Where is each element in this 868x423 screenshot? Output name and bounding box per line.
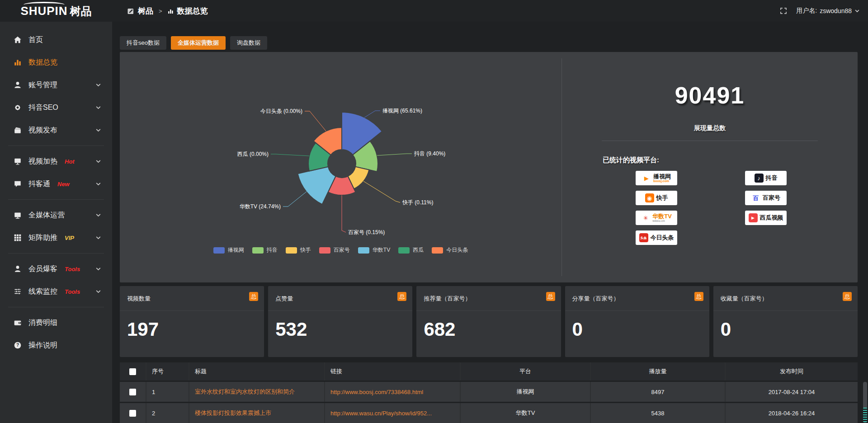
breadcrumb-root[interactable]: 树品 bbox=[138, 6, 153, 16]
total-badge: 总 bbox=[249, 292, 258, 301]
pie-label: 今日头条 (0.00%) bbox=[260, 108, 302, 114]
xigua-logo-icon: ▶ bbox=[749, 213, 758, 222]
chevron-down-icon bbox=[95, 266, 101, 272]
total-impressions-value: 90491 bbox=[562, 82, 858, 109]
sidebar-item-expense-detail[interactable]: 消费明细 bbox=[0, 311, 112, 334]
total-badge: 总 bbox=[694, 292, 703, 301]
video-url-link[interactable]: http://www.wasu.cn/Play/show/id/952... bbox=[330, 410, 432, 417]
stat-card-video-count: 视频数量总197 bbox=[120, 286, 264, 357]
pie-label: 西瓜 (0.00%) bbox=[237, 151, 269, 157]
baijiahao-logo-icon: 百 bbox=[751, 193, 760, 202]
pie-label-leader bbox=[283, 192, 307, 207]
platform-badge-name: 抖音 bbox=[766, 175, 778, 181]
platform-badge-name: 今日头条 bbox=[651, 235, 674, 241]
username-value: zswodun88 bbox=[820, 7, 852, 14]
video-url-link[interactable]: http://www.boosj.com/7338468.html bbox=[330, 389, 423, 395]
monitor-icon bbox=[14, 211, 22, 219]
scroll-stripes-widget bbox=[863, 408, 867, 422]
breadcrumb: 树品 > 数据总览 bbox=[127, 6, 208, 16]
legend-swatch bbox=[319, 247, 330, 254]
sidebar-item-video-publish[interactable]: 视频发布 bbox=[0, 119, 112, 141]
platform-badge-sub: wasu.cn bbox=[652, 219, 665, 222]
kuaishou-logo-icon: ◉ bbox=[645, 193, 654, 202]
topbar: SHUPIN 树品 树品 > 数据总览 用户名: zswodun88 bbox=[0, 0, 868, 22]
card-divider bbox=[416, 310, 561, 311]
video-title-link[interactable]: 室外水纹灯和室内水纹灯的区别和简介 bbox=[195, 388, 295, 396]
total-impressions-label: 展现量总数 bbox=[562, 124, 858, 132]
sidebar-item-label: 数据总览 bbox=[28, 58, 57, 67]
chart-legend: 播视网抖音快手百家号华数TV西瓜今日头条 bbox=[120, 246, 561, 254]
legend-item-3[interactable]: 快手 bbox=[286, 246, 311, 254]
tab-inquiry-data[interactable]: 询盘数据 bbox=[230, 36, 267, 50]
breadcrumb-current-icon bbox=[168, 8, 174, 14]
platform-badge-name: 华数TV bbox=[652, 213, 672, 220]
table-row: 2楼体投影灯投影效果震撼上市http://www.wasu.cn/Play/sh… bbox=[120, 403, 858, 423]
pie-slice-5[interactable] bbox=[298, 167, 336, 204]
row-index: 2 bbox=[146, 403, 189, 423]
sidebar-item-douketong[interactable]: 抖客通New bbox=[0, 173, 112, 195]
platform-badges-right: ♪抖音百百家号▶西瓜视频 bbox=[745, 171, 787, 225]
sidebar-item-matrix-boost[interactable]: 矩阵助推VIP bbox=[0, 226, 112, 249]
breadcrumb-current[interactable]: 数据总览 bbox=[177, 6, 208, 16]
tab-douyin-seo-data[interactable]: 抖音seo数据 bbox=[120, 36, 166, 50]
video-title-link[interactable]: 楼体投影灯投影效果震撼上市 bbox=[195, 409, 271, 417]
help-icon: ? bbox=[14, 341, 22, 349]
sidebar-item-member-baoke[interactable]: 会员爆客Tools bbox=[0, 258, 112, 280]
legend-swatch bbox=[286, 247, 297, 254]
pie-label-leader bbox=[377, 154, 412, 155]
sidebar-item-account-manage[interactable]: 账号管理 bbox=[0, 74, 112, 96]
sidebar-item-home[interactable]: 首页 bbox=[0, 28, 112, 51]
pie-label-leader bbox=[305, 111, 326, 131]
legend-item-5[interactable]: 华数TV bbox=[358, 246, 390, 254]
legend-item-7[interactable]: 今日头条 bbox=[432, 246, 468, 254]
total-badge: 总 bbox=[843, 292, 852, 301]
sidebar-item-help[interactable]: ?操作说明 bbox=[0, 334, 112, 357]
legend-label: 百家号 bbox=[334, 246, 350, 254]
platform-badge-name: 快手 bbox=[656, 195, 668, 201]
sidebar-item-label: 首页 bbox=[28, 35, 43, 45]
bar-chart-icon bbox=[14, 58, 22, 66]
sidebar-item-label: 消费明细 bbox=[28, 318, 57, 328]
legend-swatch bbox=[432, 247, 443, 254]
video-url-link-cell: http://www.wasu.cn/Play/show/id/952... bbox=[325, 403, 461, 423]
row-checkbox[interactable] bbox=[129, 389, 136, 395]
row-platform: 播视网 bbox=[461, 382, 591, 402]
sidebar-item-douyin-seo[interactable]: 抖音SEO bbox=[0, 96, 112, 119]
video-url-link-cell: http://www.boosj.com/7338468.html bbox=[325, 382, 461, 402]
legend-label: 抖音 bbox=[267, 246, 278, 254]
sidebar-item-label: 矩阵助推 bbox=[28, 233, 57, 243]
sidebar-item-badge: VIP bbox=[65, 235, 74, 241]
chevron-down-icon bbox=[95, 181, 101, 187]
platform-badge-name: 播视网 bbox=[653, 174, 671, 180]
pie-label: 百家号 (0.15%) bbox=[348, 229, 385, 235]
user-icon bbox=[14, 81, 22, 89]
grid-icon bbox=[14, 234, 22, 242]
stat-cards: 视频数量总197点赞量总532推荐量（百家号）总682分享量（百家号）总0收藏量… bbox=[120, 286, 858, 357]
pie-label-leader bbox=[363, 181, 400, 202]
legend-item-4[interactable]: 百家号 bbox=[319, 246, 350, 254]
user-menu[interactable]: 用户名: zswodun88 bbox=[796, 7, 860, 15]
platforms-label: 已统计的视频平台: bbox=[603, 156, 659, 164]
legend-swatch bbox=[358, 247, 369, 254]
row-platform: 华数TV bbox=[461, 403, 591, 423]
sidebar-item-video-heat[interactable]: 视频加热Hot bbox=[0, 150, 112, 173]
stat-card-value: 197 bbox=[127, 319, 159, 340]
chevron-down-icon bbox=[95, 82, 101, 88]
row-publish-time: 2018-04-26 16:24 bbox=[726, 403, 858, 423]
chevron-down-icon bbox=[95, 235, 101, 241]
row-checkbox[interactable] bbox=[129, 410, 136, 417]
legend-item-1[interactable]: 播视网 bbox=[213, 246, 244, 254]
platform-badge-xigua: ▶西瓜视频 bbox=[745, 211, 787, 225]
sidebar-divider bbox=[8, 253, 104, 254]
legend-item-6[interactable]: 西瓜 bbox=[398, 246, 424, 254]
tab-media-operation-data[interactable]: 全媒体运营数据 bbox=[171, 36, 226, 50]
sidebar-item-data-overview[interactable]: 数据总览 bbox=[0, 51, 112, 74]
select-all-checkbox[interactable] bbox=[129, 368, 136, 375]
legend-swatch bbox=[252, 247, 264, 254]
chevron-down-icon bbox=[95, 105, 101, 111]
sidebar-item-label: 操作说明 bbox=[28, 341, 57, 350]
legend-item-2[interactable]: 抖音 bbox=[252, 246, 278, 254]
sidebar-item-leads-monitor[interactable]: 线索监控Tools bbox=[0, 280, 112, 303]
fullscreen-icon[interactable] bbox=[780, 7, 787, 14]
sidebar-item-media-operation[interactable]: 全媒体运营 bbox=[0, 204, 112, 226]
